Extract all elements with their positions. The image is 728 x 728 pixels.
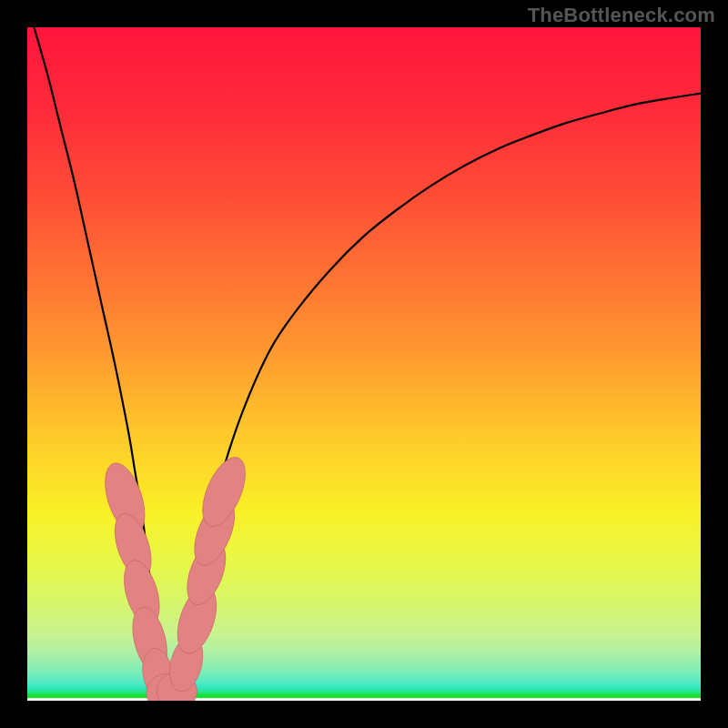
data-markers [97, 451, 254, 701]
chart-svg [27, 27, 701, 701]
chart-frame: TheBottleneck.com [0, 0, 728, 728]
plot-area [27, 27, 701, 701]
watermark-text: TheBottleneck.com [528, 4, 715, 27]
